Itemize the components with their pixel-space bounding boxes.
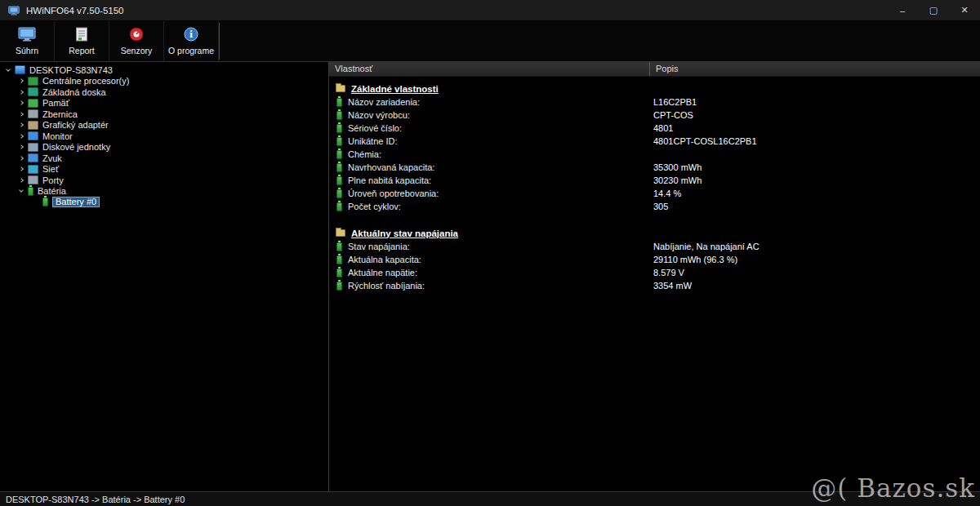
motherboard-icon	[28, 87, 38, 96]
report-button[interactable]: Report	[55, 21, 109, 61]
tree-item-label: Centrálne procesor(y)	[42, 76, 129, 86]
table-row[interactable]: Rýchlosť nabíjania: 3354 mW	[329, 279, 980, 292]
chevron-down-icon[interactable]	[6, 67, 11, 72]
battery-icon	[42, 198, 48, 206]
property-value: 4801	[653, 123, 673, 133]
computer-icon	[15, 65, 25, 74]
property-value: CPT-COS	[653, 110, 693, 120]
table-row[interactable]: Navrhovaná kapacita: 35300 mWh	[329, 161, 980, 174]
minimize-button[interactable]: –	[887, 0, 918, 20]
svg-text:i: i	[189, 29, 193, 40]
property-label: Počet cyklov:	[348, 202, 401, 211]
tree-item-label: Základná doska	[42, 87, 106, 97]
toolbar: Súhrn Report Senzory i	[0, 21, 980, 62]
table-row[interactable]: Názov zariadenia: L16C2PB1	[329, 95, 980, 109]
speaker-icon	[28, 153, 38, 162]
tree-item-memory[interactable]: Pamäť	[0, 98, 328, 109]
gpu-icon	[28, 121, 38, 130]
tree-item-drives[interactable]: Diskové jednotky	[0, 142, 328, 153]
table-row[interactable]: Sériové číslo: 4801	[329, 122, 980, 135]
folder-icon	[336, 229, 345, 237]
report-button-label: Report	[69, 46, 95, 55]
chevron-right-icon[interactable]	[19, 178, 24, 183]
maximize-button[interactable]: ▢	[918, 0, 949, 20]
table-row[interactable]: Stav napájania: Nabíjanie, Na napájaní A…	[329, 240, 980, 253]
tree-item-label: Zbernica	[42, 109, 78, 119]
section-gap	[329, 213, 980, 224]
tree-item-monitor[interactable]: Monitor	[0, 131, 328, 142]
summary-button[interactable]: Súhrn	[0, 21, 55, 61]
battery-icon	[336, 150, 342, 159]
tree-item-label: Batéria	[38, 186, 66, 196]
window-title: HWiNFO64 v7.50-5150	[26, 6, 124, 16]
property-value: 8.579 V	[653, 268, 684, 277]
tree-item-motherboard[interactable]: Základná doska	[0, 87, 328, 98]
chevron-right-icon[interactable]	[19, 144, 24, 149]
property-value: 35300 mWh	[653, 162, 702, 172]
property-value: 3354 mW	[653, 281, 692, 291]
battery-icon	[336, 124, 342, 133]
titlebar: HWiNFO64 v7.50-5150 – ▢ ✕	[0, 0, 980, 21]
chevron-right-icon[interactable]	[19, 166, 24, 171]
memory-icon	[28, 99, 38, 108]
ports-icon	[28, 175, 38, 184]
section-title: Aktuálny stav napájania	[351, 229, 458, 238]
tree-item-cpu[interactable]: Centrálne procesor(y)	[0, 76, 328, 87]
tree-item-label: Diskové jednotky	[42, 142, 110, 152]
tree-item-label: Monitor	[42, 131, 73, 141]
chevron-down-icon[interactable]	[19, 188, 24, 193]
chevron-right-icon[interactable]	[19, 156, 24, 161]
close-button[interactable]: ✕	[949, 0, 980, 20]
table-row[interactable]: Chémia:	[329, 148, 980, 161]
about-button[interactable]: i O programe	[164, 21, 219, 61]
property-label: Plne nabitá kapacita:	[348, 175, 431, 185]
property-label: Chémia:	[348, 149, 381, 159]
sensors-button[interactable]: Senzory	[109, 21, 164, 61]
tree-item-audio[interactable]: Zvuk	[0, 153, 328, 164]
property-label: Aktuálne napätie:	[348, 268, 417, 277]
property-value: 4801CPT-COSL16C2PB1	[653, 136, 757, 146]
table-row[interactable]: Aktuálna kapacita: 29110 mWh (96.3 %)	[329, 253, 980, 266]
window-controls: – ▢ ✕	[887, 0, 980, 20]
table-row[interactable]: Počet cyklov: 305	[329, 200, 980, 213]
table-row[interactable]: Unikátne ID: 4801CPT-COSL16C2PB1	[329, 135, 980, 148]
table-row[interactable]: Úroveň opotrebovania: 14.4 %	[329, 187, 980, 200]
tree-item-ports[interactable]: Porty	[0, 175, 328, 186]
chevron-right-icon[interactable]	[19, 112, 24, 117]
property-value: 30230 mWh	[653, 175, 702, 185]
chevron-right-icon[interactable]	[19, 90, 24, 95]
disk-icon	[28, 143, 38, 152]
report-icon	[75, 27, 88, 43]
table-row[interactable]: Aktuálne napätie: 8.579 V	[329, 266, 980, 279]
tree-item-label: Zvuk	[42, 153, 62, 163]
chevron-right-icon[interactable]	[19, 122, 24, 127]
monitor-icon	[18, 27, 36, 43]
property-label: Názov zariadenia:	[348, 97, 420, 107]
property-label: Aktuálna kapacita:	[348, 255, 421, 264]
section-header-basic: Základné vlastnosti	[329, 82, 980, 95]
tree-item-gpu[interactable]: Grafický adaptér	[0, 120, 328, 131]
table-row[interactable]: Plne nabitá kapacita: 30230 mWh	[329, 174, 980, 187]
tree-item-label: Porty	[42, 175, 64, 185]
column-header-value[interactable]: Popis	[650, 62, 980, 76]
tree-item-network[interactable]: Sieť	[0, 164, 328, 175]
chevron-right-icon[interactable]	[19, 134, 24, 139]
tree-item-battery[interactable]: Batéria	[0, 186, 328, 198]
device-tree: DESKTOP-S83N743 Centrálne procesor(y) Zá…	[0, 62, 329, 491]
tree-item-label: Pamäť	[42, 98, 69, 108]
column-header-property[interactable]: Vlastnosť	[329, 62, 650, 76]
monitor-icon	[28, 131, 38, 140]
table-row[interactable]: Názov výrobcu: CPT-COS	[329, 109, 980, 122]
chevron-right-icon[interactable]	[19, 78, 24, 83]
property-label: Unikátne ID:	[348, 136, 398, 146]
tree-item-bus[interactable]: Zbernica	[0, 109, 328, 120]
summary-button-label: Súhrn	[16, 46, 38, 55]
property-value: 29110 mWh (96.3 %)	[653, 255, 737, 264]
tree-item-computer[interactable]: DESKTOP-S83N743	[0, 64, 328, 76]
toolbar-separator	[219, 23, 220, 60]
tree-item-battery0-selected[interactable]: Battery #0	[0, 197, 328, 208]
property-label: Stav napájania:	[348, 242, 410, 251]
chevron-right-icon[interactable]	[19, 100, 24, 105]
property-value: 305	[653, 202, 668, 211]
main-area: DESKTOP-S83N743 Centrálne procesor(y) Zá…	[0, 62, 980, 491]
